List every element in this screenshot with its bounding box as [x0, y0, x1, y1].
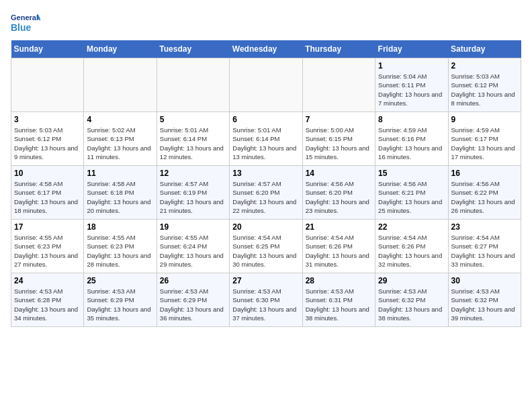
day-number: 25 [87, 276, 153, 285]
day-info: Sunrise: 4:55 AM Sunset: 6:24 PM Dayligh… [160, 233, 226, 269]
day-info: Sunrise: 5:00 AM Sunset: 6:15 PM Dayligh… [306, 126, 372, 161]
day-info: Sunrise: 4:53 AM Sunset: 6:28 PM Dayligh… [14, 287, 81, 322]
day-info: Sunrise: 5:01 AM Sunset: 6:14 PM Dayligh… [232, 126, 299, 161]
day-cell [11, 58, 84, 112]
day-number: 29 [378, 276, 445, 285]
day-info: Sunrise: 4:56 AM Sunset: 6:20 PM Dayligh… [306, 179, 372, 215]
day-cell: 11Sunrise: 4:58 AM Sunset: 6:18 PM Dayli… [84, 166, 157, 220]
day-cell [157, 58, 229, 112]
day-number: 27 [232, 276, 299, 285]
day-info: Sunrise: 4:53 AM Sunset: 6:29 PM Dayligh… [87, 287, 153, 322]
day-cell: 27Sunrise: 4:53 AM Sunset: 6:30 PM Dayli… [230, 273, 302, 327]
day-cell: 2Sunrise: 5:03 AM Sunset: 6:12 PM Daylig… [448, 58, 521, 112]
day-cell: 10Sunrise: 4:58 AM Sunset: 6:17 PM Dayli… [11, 166, 84, 220]
week-row-1: 1Sunrise: 5:04 AM Sunset: 6:11 PM Daylig… [11, 58, 521, 112]
day-cell: 1Sunrise: 5:04 AM Sunset: 6:11 PM Daylig… [375, 58, 448, 112]
day-number: 7 [306, 115, 372, 124]
day-info: Sunrise: 4:53 AM Sunset: 6:32 PM Dayligh… [378, 287, 445, 322]
day-cell: 17Sunrise: 4:55 AM Sunset: 6:23 PM Dayli… [11, 220, 84, 273]
week-row-2: 3Sunrise: 5:03 AM Sunset: 6:12 PM Daylig… [11, 112, 521, 166]
logo: General Blue [11, 11, 40, 35]
svg-text:General: General [11, 13, 38, 21]
day-info: Sunrise: 4:59 AM Sunset: 6:16 PM Dayligh… [378, 126, 445, 161]
day-cell: 20Sunrise: 4:54 AM Sunset: 6:25 PM Dayli… [230, 220, 302, 273]
day-cell: 6Sunrise: 5:01 AM Sunset: 6:14 PM Daylig… [230, 112, 302, 166]
day-cell: 22Sunrise: 4:54 AM Sunset: 6:26 PM Dayli… [375, 220, 448, 273]
day-cell: 5Sunrise: 5:01 AM Sunset: 6:14 PM Daylig… [157, 112, 229, 166]
day-number: 18 [87, 222, 153, 232]
day-cell: 23Sunrise: 4:54 AM Sunset: 6:27 PM Dayli… [448, 220, 521, 273]
day-cell: 13Sunrise: 4:57 AM Sunset: 6:20 PM Dayli… [230, 166, 302, 220]
day-cell: 30Sunrise: 4:53 AM Sunset: 6:32 PM Dayli… [448, 273, 521, 327]
weekday-wednesday: Wednesday [230, 40, 302, 58]
weekday-friday: Friday [375, 40, 448, 58]
weekday-tuesday: Tuesday [157, 40, 229, 58]
day-number: 16 [451, 169, 518, 178]
day-info: Sunrise: 4:54 AM Sunset: 6:25 PM Dayligh… [232, 233, 299, 269]
day-cell: 28Sunrise: 4:53 AM Sunset: 6:31 PM Dayli… [302, 273, 375, 327]
day-number: 9 [451, 115, 518, 124]
day-info: Sunrise: 4:57 AM Sunset: 6:19 PM Dayligh… [160, 179, 226, 215]
day-cell: 26Sunrise: 4:53 AM Sunset: 6:29 PM Dayli… [157, 273, 229, 327]
day-cell: 21Sunrise: 4:54 AM Sunset: 6:26 PM Dayli… [302, 220, 375, 273]
day-cell: 12Sunrise: 4:57 AM Sunset: 6:19 PM Dayli… [157, 166, 229, 220]
day-cell: 4Sunrise: 5:02 AM Sunset: 6:13 PM Daylig… [84, 112, 157, 166]
day-info: Sunrise: 5:02 AM Sunset: 6:13 PM Dayligh… [87, 126, 153, 161]
day-info: Sunrise: 4:53 AM Sunset: 6:32 PM Dayligh… [451, 287, 518, 322]
day-number: 23 [451, 222, 518, 232]
day-number: 30 [451, 276, 518, 285]
day-number: 28 [306, 276, 372, 285]
logo-svg: General Blue [11, 11, 40, 35]
day-info: Sunrise: 4:58 AM Sunset: 6:17 PM Dayligh… [14, 179, 81, 215]
day-number: 19 [160, 222, 226, 232]
day-info: Sunrise: 4:53 AM Sunset: 6:31 PM Dayligh… [306, 287, 372, 322]
day-number: 14 [306, 169, 372, 178]
day-info: Sunrise: 4:53 AM Sunset: 6:30 PM Dayligh… [232, 287, 299, 322]
weekday-header-row: SundayMondayTuesdayWednesdayThursdayFrid… [11, 40, 521, 58]
day-cell: 14Sunrise: 4:56 AM Sunset: 6:20 PM Dayli… [302, 166, 375, 220]
week-row-3: 10Sunrise: 4:58 AM Sunset: 6:17 PM Dayli… [11, 166, 521, 220]
day-number: 1 [378, 61, 445, 71]
day-number: 13 [232, 169, 299, 178]
day-cell [84, 58, 157, 112]
day-number: 2 [451, 61, 518, 71]
day-info: Sunrise: 4:56 AM Sunset: 6:21 PM Dayligh… [378, 179, 445, 215]
day-info: Sunrise: 4:54 AM Sunset: 6:26 PM Dayligh… [378, 233, 445, 269]
day-cell: 25Sunrise: 4:53 AM Sunset: 6:29 PM Dayli… [84, 273, 157, 327]
day-number: 3 [14, 115, 81, 124]
day-number: 21 [306, 222, 372, 232]
week-row-5: 24Sunrise: 4:53 AM Sunset: 6:28 PM Dayli… [11, 273, 521, 327]
day-number: 6 [232, 115, 299, 124]
weekday-saturday: Saturday [448, 40, 521, 58]
day-cell: 16Sunrise: 4:56 AM Sunset: 6:22 PM Dayli… [448, 166, 521, 220]
page-header: General Blue [11, 11, 521, 35]
day-cell: 7Sunrise: 5:00 AM Sunset: 6:15 PM Daylig… [302, 112, 375, 166]
calendar-body: 1Sunrise: 5:04 AM Sunset: 6:11 PM Daylig… [11, 58, 521, 327]
day-cell [230, 58, 302, 112]
day-cell: 24Sunrise: 4:53 AM Sunset: 6:28 PM Dayli… [11, 273, 84, 327]
day-info: Sunrise: 5:03 AM Sunset: 6:12 PM Dayligh… [451, 72, 518, 107]
day-cell: 15Sunrise: 4:56 AM Sunset: 6:21 PM Dayli… [375, 166, 448, 220]
day-cell: 3Sunrise: 5:03 AM Sunset: 6:12 PM Daylig… [11, 112, 84, 166]
day-cell: 9Sunrise: 4:59 AM Sunset: 6:17 PM Daylig… [448, 112, 521, 166]
day-cell: 19Sunrise: 4:55 AM Sunset: 6:24 PM Dayli… [157, 220, 229, 273]
day-info: Sunrise: 4:54 AM Sunset: 6:27 PM Dayligh… [451, 233, 518, 269]
day-number: 26 [160, 276, 226, 285]
day-cell: 29Sunrise: 4:53 AM Sunset: 6:32 PM Dayli… [375, 273, 448, 327]
day-number: 24 [14, 276, 81, 285]
day-info: Sunrise: 4:55 AM Sunset: 6:23 PM Dayligh… [14, 233, 81, 269]
day-number: 8 [378, 115, 445, 124]
day-info: Sunrise: 5:03 AM Sunset: 6:12 PM Dayligh… [14, 126, 81, 161]
day-number: 20 [232, 222, 299, 232]
day-number: 10 [14, 169, 81, 178]
weekday-thursday: Thursday [302, 40, 375, 58]
day-info: Sunrise: 4:53 AM Sunset: 6:29 PM Dayligh… [160, 287, 226, 322]
day-info: Sunrise: 4:58 AM Sunset: 6:18 PM Dayligh… [87, 179, 153, 215]
day-info: Sunrise: 5:04 AM Sunset: 6:11 PM Dayligh… [378, 72, 445, 107]
day-info: Sunrise: 4:54 AM Sunset: 6:26 PM Dayligh… [306, 233, 372, 269]
day-number: 5 [160, 115, 226, 124]
week-row-4: 17Sunrise: 4:55 AM Sunset: 6:23 PM Dayli… [11, 220, 521, 273]
day-number: 17 [14, 222, 81, 232]
weekday-monday: Monday [84, 40, 157, 58]
day-cell [302, 58, 375, 112]
